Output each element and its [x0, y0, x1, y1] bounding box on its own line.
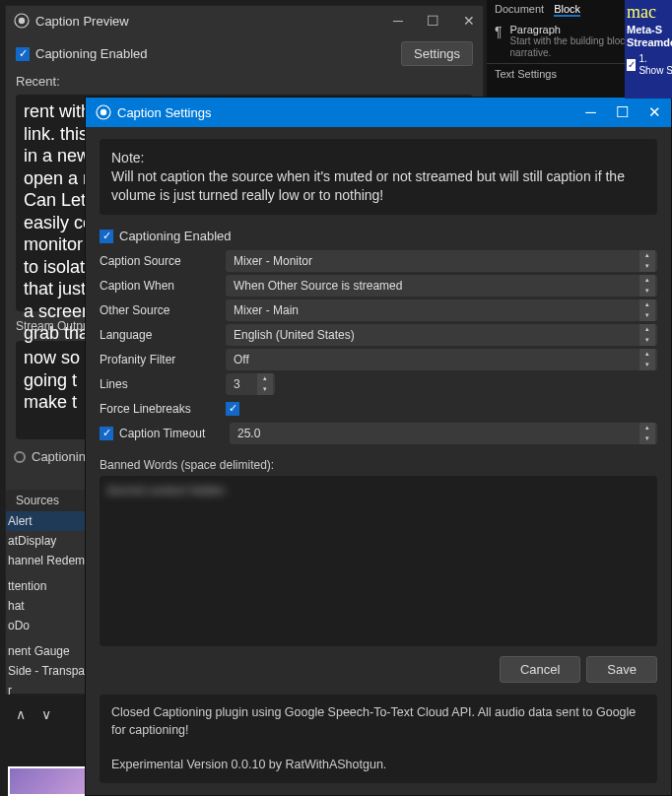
note-body: Will not caption the source when it's mu… [111, 167, 645, 205]
profanity-filter-label: Profanity Filter [100, 353, 226, 366]
preview-title-text: Caption Preview [35, 14, 129, 29]
cancel-button[interactable]: Cancel [500, 656, 580, 683]
close-button[interactable]: ✕ [648, 103, 661, 121]
svg-point-3 [101, 109, 106, 115]
recent-label: Recent: [6, 72, 483, 91]
minimize-button[interactable]: ─ [393, 13, 403, 29]
tab-block[interactable]: Block [554, 3, 580, 17]
close-button[interactable]: ✕ [463, 13, 475, 29]
side-banner: mac Meta-S Streamde ✓1. Show S [625, 0, 672, 99]
banned-words-content: blurred content hidden [107, 484, 649, 498]
captioning-enabled-label: Captioning Enabled [35, 46, 147, 61]
note-heading: Note: [111, 149, 645, 167]
save-button[interactable]: Save [586, 656, 657, 683]
paragraph-icon: ¶ [495, 24, 503, 59]
status-dot-icon [14, 451, 26, 463]
language-label: Language [100, 328, 226, 342]
profanity-filter-select[interactable]: Off▴▾ [226, 349, 657, 370]
obs-icon [14, 13, 30, 29]
svg-point-1 [19, 18, 25, 24]
banner-check-icon: ✓ [627, 59, 636, 71]
footer-line1: Closed Captioning plugin using Google Sp… [111, 704, 645, 739]
banner-check-label: 1. Show S [638, 53, 672, 77]
lines-label: Lines [100, 377, 226, 391]
tab-document[interactable]: Document [495, 3, 544, 17]
caption-timeout-checkbox[interactable]: ✓ [100, 427, 113, 440]
caption-settings-dialog: Caption Settings ─ ☐ ✕ Note: Will not ca… [85, 97, 672, 796]
caption-timeout-field[interactable]: 25.0▴▾ [230, 423, 657, 444]
dialog-footer: Closed Captioning plugin using Google Sp… [100, 695, 657, 783]
settings-button[interactable]: Settings [401, 41, 473, 66]
maximize-button[interactable]: ☐ [427, 13, 439, 29]
banner-logo: mac [627, 2, 672, 24]
footer-line2: Experimental Version 0.0.10 by RatWithAS… [111, 757, 645, 774]
caption-timeout-label: Caption Timeout [119, 427, 230, 440]
banned-words-input[interactable]: blurred content hidden [100, 476, 657, 646]
note-box: Note: Will not caption the source when i… [100, 139, 657, 215]
caption-when-select[interactable]: When Other Source is streamed▴▾ [226, 275, 657, 297]
banner-line1: Meta-S [627, 24, 672, 36]
language-select[interactable]: English (United States)▴▾ [226, 324, 657, 346]
banned-words-label: Banned Words (space delimited): [100, 458, 657, 472]
dialog-titlebar[interactable]: Caption Settings ─ ☐ ✕ [86, 98, 671, 127]
caption-source-select[interactable]: Mixer - Monitor▴▾ [226, 250, 657, 272]
maximize-button[interactable]: ☐ [616, 103, 629, 121]
other-source-label: Other Source [100, 303, 226, 317]
dialog-title-text: Caption Settings [117, 105, 211, 120]
banner-line2: Streamde [627, 36, 672, 49]
obs-icon [96, 104, 111, 120]
captioning-enabled-checkbox[interactable]: ✓ [16, 47, 30, 61]
preview-titlebar[interactable]: Caption Preview ─ ☐ ✕ [6, 6, 483, 35]
captioning-enabled-label: Captioning Enabled [119, 229, 231, 243]
other-source-select[interactable]: Mixer - Main▴▾ [226, 299, 657, 321]
caption-source-label: Caption Source [100, 254, 226, 268]
minimize-button[interactable]: ─ [585, 103, 596, 121]
lines-stepper[interactable]: 3▴▾ [226, 373, 275, 395]
captioning-enabled-checkbox[interactable]: ✓ [100, 230, 113, 243]
status-text: Captioning [32, 449, 93, 464]
force-linebreaks-label: Force Linebreaks [100, 402, 226, 416]
force-linebreaks-checkbox[interactable]: ✓ [226, 402, 239, 416]
text-settings-label[interactable]: Text Settings [495, 68, 557, 81]
caption-when-label: Caption When [100, 279, 226, 293]
scene-thumbnail [8, 766, 87, 796]
